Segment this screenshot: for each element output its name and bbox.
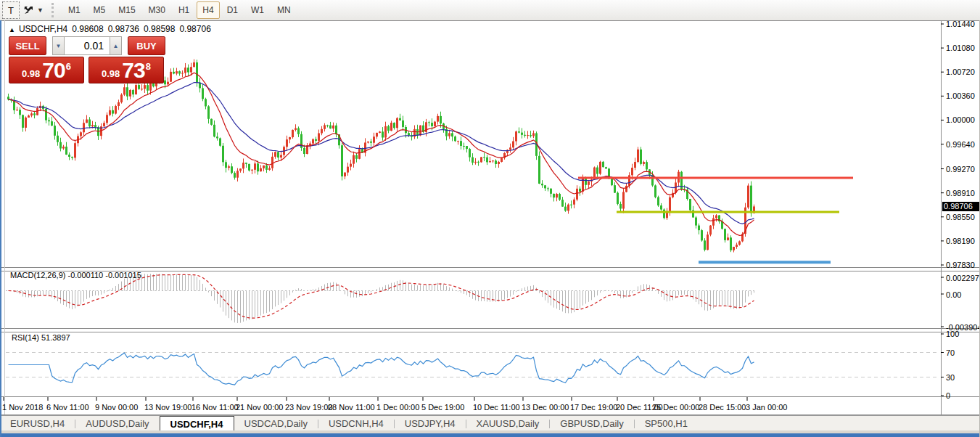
date-axis-label: 28 Dec 15:00 [699, 403, 746, 412]
price-axis-label: 0.98190 [946, 237, 975, 245]
date-axis-label: 17 Dec 19:00 [570, 403, 617, 412]
rsi-title: RSI(14) 51.3897 [12, 333, 70, 342]
price-axis-label: 1.00720 [946, 68, 975, 76]
price-axis-label: 1.01440 [946, 20, 975, 28]
window-bottom-border [0, 433, 980, 437]
date-axis-label: 13 Dec 00:00 [522, 403, 569, 412]
window-left-border [0, 20, 1, 437]
sell-price-pip: 6 [66, 62, 71, 71]
tab-usdchf-h4[interactable]: USDCHF,H4 [160, 416, 234, 431]
price-axis-label: 1.00000 [946, 115, 975, 124]
mt4-window: T ▼ M1M5M15M30H1H4D1W1MN ▲USDCHF,H40.986… [0, 0, 980, 437]
tab-sp500-h1[interactable]: SP500,H1 [635, 416, 698, 431]
date-axis-label: 16 Nov 11:00 [192, 403, 239, 412]
volume-down-button[interactable]: ▼ [52, 36, 65, 55]
date-axis-label: 23 Nov 19:00 [285, 403, 332, 412]
price-axis-label: 0.99270 [946, 165, 975, 173]
date-axis-label: 1 Nov 2018 [2, 403, 43, 412]
tab-usdjpy-h4[interactable]: USDJPY,H4 [395, 416, 466, 431]
date-axis-label: 13 Nov 19:00 [144, 403, 192, 412]
date-axis-label: 21 Nov 00:00 [236, 403, 283, 412]
macd-axis-label: 0.00 [946, 290, 961, 299]
macd-title: MACD(12,26,9) -0.000110 -0.001015 [10, 271, 141, 279]
current-price-badge: 0.98706 [942, 202, 980, 211]
tab-xauusd-daily[interactable]: XAUUSD,Daily [466, 416, 550, 431]
tab-audusd-daily[interactable]: AUDUSD,Daily [75, 416, 159, 431]
sell-price-big: 70 [42, 60, 65, 81]
rsi-axis-label: 0 [946, 391, 950, 400]
date-axis-label: 6 Nov 11:00 [46, 403, 89, 412]
symbol-label: USDCHF,H4 [19, 24, 67, 34]
sell-price-button[interactable]: 0.98 70 6 [9, 57, 84, 83]
price-axis-label: 0.99640 [946, 140, 975, 149]
buy-price-big: 73 [122, 60, 144, 81]
tab-usdcad-daily[interactable]: USDCAD,Daily [234, 416, 318, 431]
date-axis-label: 3 Jan 00:00 [746, 403, 788, 412]
ohlc-open: 0.98608 [72, 24, 103, 34]
tab-eurusd-h4[interactable]: EURUSD,H4 [0, 416, 75, 431]
chart-title: ▲USDCHF,H40.986080.987360.985980.98706 [9, 24, 215, 34]
price-axis-label: 0.97830 [946, 261, 975, 269]
rsi-axis-label: 100 [946, 330, 959, 338]
tab-gbpusd-daily[interactable]: GBPUSD,Daily [550, 416, 633, 431]
date-axis-label: 9 Nov 00:00 [95, 403, 138, 412]
rsi-axis-label: 70 [946, 348, 955, 357]
macd-axis-label: 0.002297 [946, 274, 979, 282]
price-axis-label: 0.98910 [946, 189, 975, 197]
sell-button[interactable]: SELL [9, 36, 46, 55]
buy-price-prefix: 0.98 [102, 67, 120, 81]
date-axis-label: 5 Dec 19:00 [421, 403, 464, 412]
price-axis-label: 1.00360 [946, 91, 975, 100]
date-axis-label: 10 Dec 11:00 [473, 403, 520, 412]
date-axis-label: 28 Nov 11:00 [328, 403, 375, 412]
rsi-axis-label: 30 [946, 373, 955, 382]
one-click-trade-panel: SELL ▼ ▲ BUY 0.98 70 6 0.98 73 8 [9, 36, 165, 83]
tab-usdcnh-h4[interactable]: USDCNH,H4 [318, 416, 394, 431]
buy-button[interactable]: BUY [128, 36, 165, 55]
price-axis-label: 1.01080 [946, 44, 975, 52]
ohlc-low: 0.98598 [144, 24, 175, 34]
price-axis-label: 0.98550 [946, 213, 975, 221]
ohlc-close: 0.98706 [179, 24, 210, 34]
ohlc-high: 0.98736 [108, 24, 139, 34]
buy-price-pip: 8 [146, 62, 151, 71]
chart-tabs-bar: EURUSD,H4AUDUSD,DailyUSDCHF,H4USDCAD,Dai… [0, 415, 980, 431]
sell-price-prefix: 0.98 [22, 67, 40, 81]
buy-price-button[interactable]: 0.98 73 8 [88, 57, 164, 83]
collapse-icon[interactable]: ▲ [9, 26, 15, 33]
date-axis-label: 25 Dec 00:00 [652, 403, 699, 412]
date-axis-label: 1 Dec 00:00 [376, 403, 419, 412]
volume-up-button[interactable]: ▲ [110, 36, 122, 55]
volume-input[interactable] [65, 36, 110, 55]
